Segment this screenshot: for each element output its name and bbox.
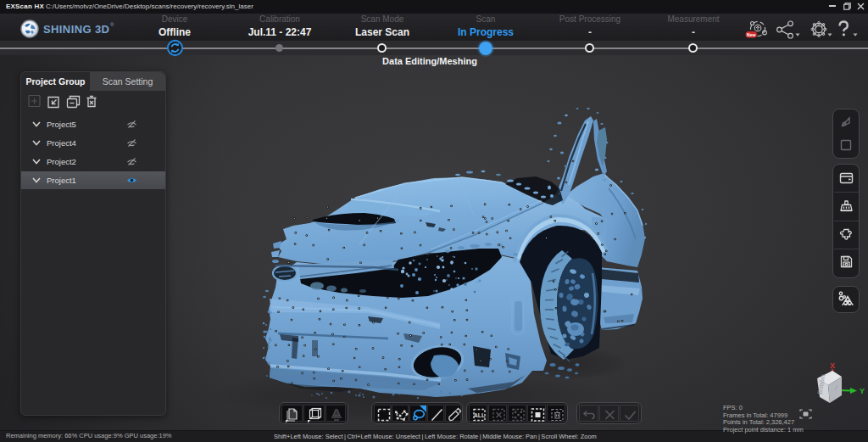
svg-text:New: New (747, 32, 755, 37)
svg-text:Y: Y (860, 387, 865, 395)
svg-text:ALL: ALL (474, 412, 486, 418)
svg-text:SHINING 3D: SHINING 3D (43, 23, 109, 36)
